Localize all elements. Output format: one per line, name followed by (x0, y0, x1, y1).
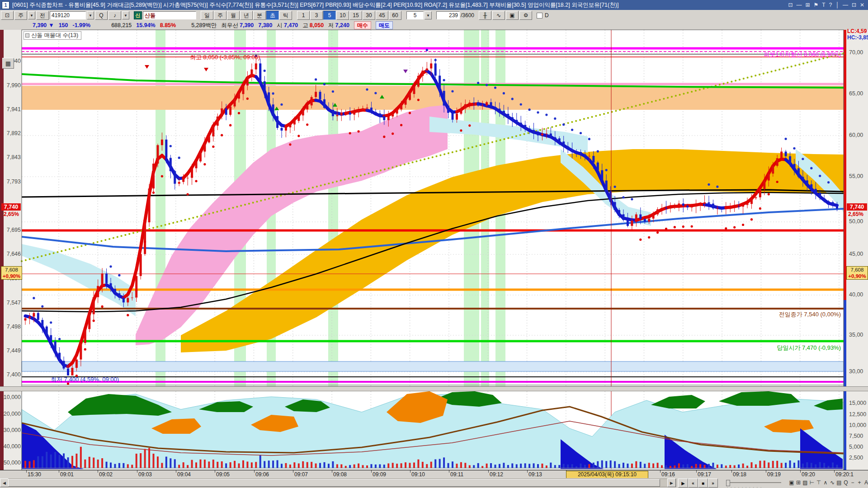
candle-body (558, 138, 561, 141)
volume-bar (546, 465, 547, 468)
volume-bar (768, 463, 769, 468)
play-button[interactable]: ▶ (678, 479, 688, 488)
volume-bar (623, 463, 624, 468)
candle-body (264, 81, 266, 92)
sar-dot (580, 132, 582, 134)
speed-slider[interactable] (727, 482, 781, 483)
time-tick (449, 470, 449, 473)
time-tick (254, 470, 255, 473)
volume-bar (434, 460, 436, 468)
prev-close-annotation: 전일종가 7,540 (0,00%) (779, 310, 841, 319)
candle-body (635, 214, 637, 221)
candle-body (524, 125, 526, 128)
candle-body (323, 99, 326, 108)
candle-body (413, 87, 415, 94)
volume-bar (272, 460, 274, 468)
sar-dot (366, 88, 368, 90)
volume-bar (392, 463, 394, 468)
volume-bar (558, 465, 560, 468)
candle-body (276, 116, 278, 128)
sar-dot (358, 130, 360, 132)
volume-bar (460, 462, 462, 468)
chart-legend[interactable]: 산돌 매물대 수(13) (24, 31, 81, 40)
volume-bar (302, 461, 304, 468)
sar-dot (708, 183, 710, 186)
sar-dot (451, 90, 453, 92)
candle-body (97, 286, 99, 297)
candle-body (187, 178, 189, 178)
candle-body (494, 107, 496, 109)
candle-body (421, 70, 424, 76)
volume-bar (665, 465, 667, 468)
h-scrollbar-thumb[interactable] (8, 479, 660, 487)
grid-view-icon[interactable]: ▦ (2, 58, 14, 69)
sar-dot (827, 181, 830, 183)
sar-dot (648, 236, 650, 239)
current-price-marker-left: 7,740 (1, 203, 21, 211)
candle-body (293, 121, 296, 125)
volume-bar (84, 460, 86, 468)
volume-bar (401, 463, 402, 468)
candle-body (819, 193, 821, 198)
candle-body (297, 115, 300, 121)
sar-dot (392, 132, 394, 135)
volume-bar (426, 464, 428, 468)
candle-body (234, 99, 236, 106)
stop-button[interactable]: ■ (698, 479, 708, 488)
candle-body (584, 155, 586, 156)
forward-button[interactable]: » (708, 479, 718, 488)
time-label-09:11: 09:11 (450, 471, 463, 478)
left-axis-label-7,892: 7,892 (3, 130, 21, 137)
volume-bar (759, 461, 761, 468)
panel-splitter[interactable] (0, 386, 868, 391)
rewind-button[interactable]: « (688, 479, 698, 488)
sar-dot (50, 321, 52, 324)
speed-slider-handle[interactable] (726, 480, 730, 486)
candle-body (212, 126, 214, 136)
sar-dot (152, 192, 155, 194)
volume-bar (524, 463, 526, 468)
volume-bar (332, 461, 334, 468)
time-label-09:04: 09:04 (177, 471, 191, 478)
candle-body (41, 320, 43, 327)
volume-bar (793, 463, 795, 468)
right-axis-label-40,00: 40,00 (849, 291, 868, 298)
candle-body (195, 161, 198, 168)
volume-bar (136, 454, 137, 468)
volume-bar (67, 457, 69, 468)
candle-body (362, 108, 364, 110)
volume-bar (682, 465, 684, 468)
volume-bar (349, 465, 351, 468)
candle-body (349, 113, 351, 115)
scroll-right-icon[interactable]: ▶ (667, 479, 676, 487)
sar-dot (315, 78, 317, 80)
volume-bar (42, 456, 43, 468)
text-tool-icon[interactable]: A (861, 479, 868, 487)
sar-dot (306, 123, 308, 126)
candle-body (507, 114, 509, 117)
sell-arrow-icon (403, 70, 408, 73)
volume-bar (721, 464, 722, 468)
time-tick (834, 470, 835, 473)
candle-body (135, 276, 137, 298)
volume-bar (405, 462, 406, 468)
scroll-left-icon[interactable]: ◀ (0, 479, 9, 487)
avg-price-value: 7,608 (1, 267, 22, 273)
volume-bar (576, 466, 577, 468)
volume-bar (340, 465, 342, 468)
volume-bar (597, 461, 599, 468)
candle-body (614, 202, 616, 210)
sar-dot (297, 135, 300, 137)
status-bar: ◀ ▶ .......... ▶«■»▣⊞▨⊢⊤∧∿▤Q−+A (0, 478, 868, 488)
candle-body (768, 174, 770, 180)
chart-canvas[interactable] (0, 0, 868, 488)
candle-body (392, 113, 394, 116)
volume-bar (417, 460, 419, 468)
current-price-marker-right: 7,740 (847, 203, 867, 211)
candle-body (823, 198, 826, 201)
candle-body (545, 134, 547, 134)
candle-body (127, 298, 129, 302)
candle-body (511, 117, 514, 120)
candle-body (452, 113, 454, 120)
volume-bar (255, 462, 257, 468)
